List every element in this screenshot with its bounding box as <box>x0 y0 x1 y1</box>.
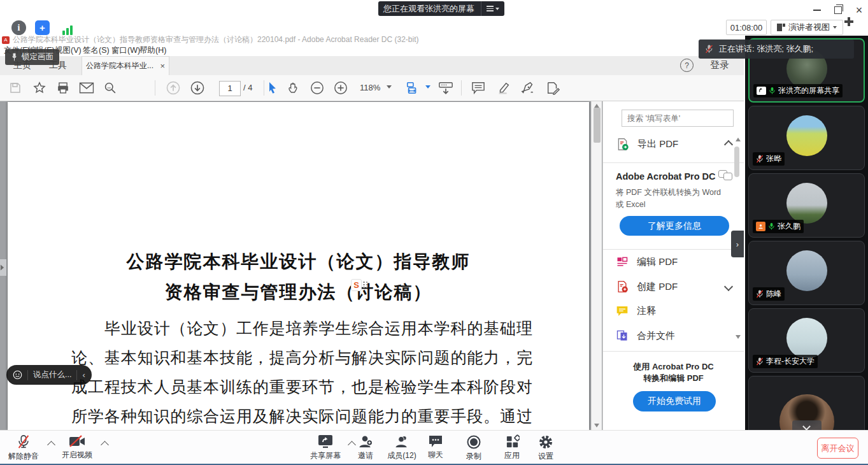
help-icon[interactable]: ? <box>680 59 694 72</box>
find-button[interactable] <box>104 82 117 95</box>
restore-button[interactable] <box>830 4 846 17</box>
tools-search-input[interactable] <box>622 110 734 127</box>
edit-pdf-tool[interactable]: 编辑 PDF <box>616 255 732 268</box>
fountain-pen-icon <box>521 81 536 95</box>
footer-title-line1: 使用 Acrobat Pro DC <box>603 361 744 373</box>
gear-icon <box>538 434 553 450</box>
banner-menu-button[interactable] <box>481 1 499 16</box>
cursor-icon <box>267 82 278 94</box>
scroll-down-icon[interactable] <box>594 424 599 427</box>
mic-muted-icon <box>756 155 764 163</box>
tab-close-icon[interactable]: × <box>160 61 165 71</box>
quick-chat-input[interactable]: 说点什么... ‹ <box>6 365 92 385</box>
participant-tile[interactable]: 陈峰 <box>748 241 865 305</box>
fill-sign-tool-button[interactable] <box>521 81 536 95</box>
reading-mode-button[interactable] <box>438 82 453 95</box>
document-scrollbar[interactable] <box>591 101 602 430</box>
zoom-dropdown-caret[interactable] <box>387 85 392 89</box>
zoom-level-value[interactable]: 118% <box>360 83 380 92</box>
list-icon <box>487 6 494 11</box>
document-body: 毕业设计（论文）工作是培养学生综合运用本学科的基础理论、基本知识和基本技能，提高… <box>71 316 532 430</box>
meeting-info-icon[interactable]: i <box>11 20 26 35</box>
menu-help[interactable]: 帮助(H) <box>139 45 166 56</box>
login-button[interactable]: 登录 <box>710 59 729 71</box>
collapse-chat-icon[interactable]: ‹ <box>82 370 85 380</box>
search-icon <box>104 82 117 95</box>
network-signal-icon[interactable] <box>60 20 75 35</box>
invite-button[interactable]: 邀请 <box>349 434 382 461</box>
highlight-tool-button[interactable] <box>497 81 511 95</box>
view-mode-selector[interactable]: 演讲者视图 <box>771 20 843 35</box>
fit-width-button[interactable] <box>406 81 420 95</box>
next-page-button[interactable] <box>190 81 205 96</box>
zoom-in-button[interactable] <box>334 81 348 95</box>
security-shield-icon[interactable]: + <box>35 20 50 35</box>
create-pdf-tool[interactable]: 创建 PDF <box>616 280 732 293</box>
send-sign-tool-button[interactable] <box>546 81 560 95</box>
mic-muted-icon <box>756 290 764 298</box>
left-pane-expand-button[interactable] <box>0 259 6 276</box>
start-video-button[interactable]: 开启视频 <box>59 434 96 461</box>
free-trial-button[interactable]: 开始免费试用 <box>633 391 716 411</box>
promo-text: 将 PDF 文件联机转换为 Word 或 Excel <box>616 187 721 211</box>
close-button[interactable]: × <box>851 4 867 17</box>
pdf-app-icon: A <box>2 36 10 44</box>
save-button[interactable] <box>9 82 22 94</box>
export-pdf-tool[interactable]: 导出 PDF <box>616 138 732 151</box>
participant-tile[interactable]: 李程-长安大学 <box>748 308 865 373</box>
chat-bubble-icon <box>428 434 443 448</box>
fit-dropdown-caret[interactable] <box>425 85 430 89</box>
save-icon <box>9 82 22 94</box>
share-screen-button[interactable]: 共享屏幕 <box>306 434 345 461</box>
minimize-button[interactable] <box>809 4 825 17</box>
page-total-label: / 4 <box>243 83 252 92</box>
unmute-button[interactable]: 解除静音 <box>5 434 42 462</box>
page-number-input[interactable]: 1 <box>219 81 241 96</box>
leave-meeting-button[interactable]: 离开会议 <box>817 438 858 459</box>
panel-scroll-up-icon[interactable] <box>736 138 741 141</box>
participant-tile[interactable] <box>748 376 865 430</box>
comment-tool-button[interactable] <box>471 82 485 94</box>
speaking-toast: 正在讲话: 张洪亮; 张久鹏; <box>699 39 854 59</box>
fit-width-icon <box>406 81 420 95</box>
previous-page-button[interactable] <box>166 81 181 96</box>
apps-button[interactable]: 应用 <box>497 434 527 461</box>
document-title-line1: 公路学院本科毕业设计（论文）指导教师 <box>8 250 589 274</box>
chat-label: 聊天 <box>428 450 443 461</box>
combine-files-tool[interactable]: 合并文件 <box>616 329 732 342</box>
members-button[interactable]: 成员(12) <box>383 434 420 461</box>
zoom-out-button[interactable] <box>310 81 324 95</box>
comment-tool[interactable]: 注释 <box>616 305 732 317</box>
sidebar-collapse-button[interactable]: › <box>731 231 744 257</box>
participant-tile-host[interactable]: 张久鹏 <box>748 173 865 238</box>
menu-window[interactable]: 窗口(W) <box>111 45 140 56</box>
select-tool-button[interactable] <box>267 82 278 94</box>
arrow-up-circle-icon <box>166 81 181 96</box>
audio-options-caret[interactable] <box>47 441 55 449</box>
scrollbar-thumb[interactable] <box>594 108 601 143</box>
panel-scroll-down-icon[interactable] <box>736 335 741 339</box>
email-button[interactable] <box>80 82 94 94</box>
record-button[interactable]: 录制 <box>459 434 488 462</box>
share-screen-label: 共享屏幕 <box>310 450 341 461</box>
print-button[interactable] <box>57 82 70 95</box>
pdf-page[interactable]: 公路学院本科毕业设计（论文）指导教师 资格审查与管理办法（讨论稿） 毕业设计（论… <box>8 102 589 430</box>
avatar <box>786 183 827 224</box>
participant-name-tag: 张久鹏 <box>753 220 804 233</box>
chevron-up-icon[interactable] <box>724 140 733 148</box>
chat-button[interactable]: 聊天 <box>421 434 450 461</box>
menu-sign[interactable]: 签名(S) <box>83 45 110 56</box>
document-title-line2: 资格审查与管理办法（讨论稿） <box>8 280 589 304</box>
scroll-participants-button[interactable] <box>792 420 822 430</box>
hand-tool-button[interactable] <box>287 82 301 95</box>
video-options-caret[interactable] <box>101 441 109 449</box>
favorites-star-button[interactable] <box>32 81 46 95</box>
settings-button[interactable]: 设置 <box>531 434 560 462</box>
chevron-down-icon[interactable] <box>724 282 733 291</box>
tab-document[interactable]: 公路学院本科毕业... × <box>82 56 169 75</box>
participant-name-tag: 李程-长安大学 <box>753 355 818 368</box>
learn-more-button[interactable]: 了解更多信息 <box>620 216 729 236</box>
panel-scrollbar-thumb[interactable] <box>734 147 739 177</box>
participants-sidebar: 张洪亮的屏幕共享 张晔 张久鹏 <box>745 36 868 430</box>
participant-tile[interactable]: 张晔 <box>748 106 865 170</box>
